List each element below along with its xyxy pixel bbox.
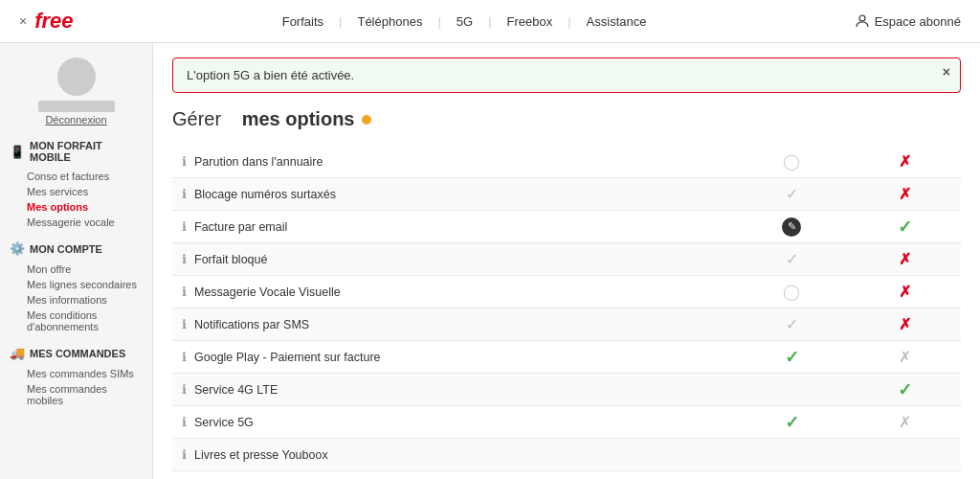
sidebar-mes-options[interactable]: Mes options [10, 199, 143, 215]
cross-gray-icon: ✗ [899, 349, 911, 365]
nav-freebox[interactable]: Freebox [496, 14, 565, 29]
sidebar-conso-factures[interactable]: Conso et factures [10, 169, 143, 184]
sidebar-mes-services[interactable]: Mes services [10, 184, 143, 199]
option-name-cell: ℹ Messagerie Vocale Visuelle [172, 276, 736, 308]
avatar-name-placeholder [38, 101, 115, 112]
user-icon [856, 14, 869, 28]
option-col2[interactable]: ✗ [848, 308, 961, 341]
header-left: × free [19, 9, 74, 34]
sidebar: Déconnexion 📱 MON FORFAIT MOBILE Conso e… [0, 43, 153, 479]
option-col2[interactable]: ✗ [848, 178, 961, 211]
page-title-bold: mes options [242, 108, 355, 130]
nav-sep-4: | [568, 14, 570, 29]
option-col1[interactable]: ◯ [736, 146, 849, 178]
sidebar-commandes-mobiles[interactable]: Mes commandes mobiles [10, 381, 143, 408]
option-name-cell: ℹ Livres et presse Youboox [172, 439, 736, 471]
table-row: ℹ Service 5G ✓ ✗ [172, 406, 961, 439]
table-row: ℹ Blocage numéros surtaxés ✓ ✗ [172, 178, 961, 211]
option-label: Google Play - Paiement sur facture [194, 351, 381, 364]
espace-abonne-label[interactable]: Espace abonné [875, 14, 961, 29]
cross-red-icon: ✗ [899, 251, 911, 267]
nav-telephones[interactable]: Téléphones [345, 14, 434, 29]
cross-red-icon: ✗ [899, 316, 911, 332]
table-row: ℹ Service 4G LTE ✓ [172, 374, 961, 406]
option-col2[interactable]: ✓ [848, 374, 961, 406]
table-row: ℹ Forfait bloqué ✓ ✗ [172, 243, 961, 276]
section-forfait-title: 📱 MON FORFAIT MOBILE [10, 140, 143, 163]
circle-gray-icon: ◯ [783, 153, 800, 170]
option-col2[interactable]: ✗ [848, 341, 961, 374]
option-col1[interactable]: ✓ [736, 471, 849, 480]
option-col2[interactable]: ✗ [848, 276, 961, 308]
option-col2[interactable] [848, 439, 961, 471]
edit-icon: ✎ [782, 217, 801, 237]
option-col2[interactable]: ✗ [848, 471, 961, 480]
cross-red-icon: ✗ [899, 153, 911, 170]
option-col1[interactable]: ✓ [736, 406, 849, 439]
option-name-cell: ℹ Informations commerciales Free mobile [172, 471, 736, 480]
option-label: Facture par email [194, 220, 287, 234]
logo: free [34, 9, 73, 34]
alert-message: L'option 5G a bien été activée. [187, 68, 354, 82]
info-icon[interactable]: ℹ [182, 415, 187, 429]
option-label: Notifications par SMS [194, 318, 309, 331]
option-col2[interactable]: ✓ [848, 211, 961, 243]
sidebar-messagerie-vocale[interactable]: Messagerie vocale [10, 215, 143, 230]
info-icon[interactable]: ℹ [182, 317, 187, 331]
option-col2[interactable]: ✗ [848, 243, 961, 276]
section-compte-title: ⚙️ MON COMPTE [10, 241, 143, 256]
table-row: ℹ Messagerie Vocale Visuelle ◯ ✗ [172, 276, 961, 308]
sidebar-lignes-secondaires[interactable]: Mes lignes secondaires [10, 277, 143, 292]
option-col1[interactable]: ✎ [736, 211, 849, 243]
sidebar-mon-offre[interactable]: Mon offre [10, 262, 143, 277]
deconnexion-link[interactable]: Déconnexion [45, 114, 106, 125]
info-icon[interactable]: ℹ [182, 154, 187, 169]
main-content: L'option 5G a bien été activée. × Gérer … [153, 43, 980, 479]
option-label: Blocage numéros surtaxés [194, 188, 336, 201]
mobile-icon: 📱 [10, 145, 25, 159]
table-row: ℹ Google Play - Paiement sur facture ✓ ✗ [172, 341, 961, 374]
info-icon[interactable]: ℹ [182, 447, 187, 462]
header-right: Espace abonné [856, 14, 961, 29]
check-green-icon: ✓ [785, 348, 799, 367]
sidebar-conditions-abonnements[interactable]: Mes conditions d'abonnements [10, 308, 143, 334]
option-col1[interactable] [736, 374, 849, 406]
info-icon[interactable]: ℹ [182, 350, 187, 364]
option-label: Parution dans l'annuaire [194, 155, 323, 169]
alert-close-button[interactable]: × [943, 64, 950, 80]
option-col1[interactable]: ✓ [736, 308, 849, 341]
section-commandes-title: 🚚 MES COMMANDES [10, 346, 143, 360]
alert-success-banner: L'option 5G a bien été activée. × [172, 57, 961, 93]
nav-sep-2: | [437, 14, 440, 29]
page-title: Gérer mes options [172, 108, 961, 130]
option-col1[interactable]: ✓ [736, 243, 849, 276]
nav-5g[interactable]: 5G [445, 14, 484, 29]
option-col1[interactable] [736, 439, 849, 471]
info-icon[interactable]: ℹ [182, 219, 187, 234]
check-green-icon: ✓ [898, 217, 912, 237]
info-icon[interactable]: ℹ [182, 187, 187, 201]
option-col2[interactable]: ✗ [848, 406, 961, 439]
option-col1[interactable]: ✓ [736, 178, 849, 211]
nav-forfaits[interactable]: Forfaits [271, 14, 335, 29]
options-table: ℹ Parution dans l'annuaire ◯ ✗ ℹ Blocage… [172, 146, 961, 479]
option-name-cell: ℹ Service 4G LTE [172, 374, 736, 406]
title-dot [362, 115, 371, 125]
option-name-cell: ℹ Facture par email [172, 211, 736, 243]
table-row: ℹ Facture par email ✎ ✓ [172, 211, 961, 243]
main-nav: Forfaits | Téléphones | 5G | Freebox | A… [271, 14, 658, 29]
info-icon[interactable]: ℹ [182, 382, 187, 397]
option-col1[interactable]: ✓ [736, 341, 849, 374]
sidebar-commandes-sims[interactable]: Mes commandes SIMs [10, 366, 143, 381]
close-icon[interactable]: × [19, 13, 27, 29]
option-label: Service 5G [194, 416, 254, 429]
svg-point-0 [859, 15, 865, 21]
info-icon[interactable]: ℹ [182, 285, 187, 299]
sidebar-mes-informations[interactable]: Mes informations [10, 292, 143, 308]
option-col1[interactable]: ◯ [736, 276, 849, 308]
check-gray-icon: ✓ [786, 316, 798, 332]
info-icon[interactable]: ℹ [182, 252, 187, 266]
option-col2[interactable]: ✗ [848, 146, 961, 178]
nav-assistance[interactable]: Assistance [575, 14, 658, 29]
user-avatar-section: Déconnexion [10, 57, 143, 125]
